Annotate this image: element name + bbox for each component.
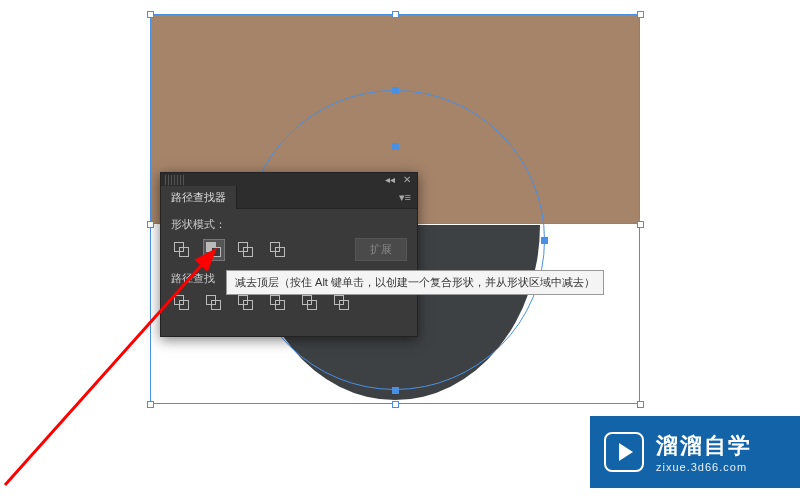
panel-tabs: 路径查找器 ▾≡ bbox=[161, 187, 417, 209]
handle-nw[interactable] bbox=[147, 11, 154, 18]
shape-mode-label: 形状模式： bbox=[171, 217, 407, 232]
handle-w-mid[interactable] bbox=[147, 221, 154, 228]
trim-button[interactable] bbox=[203, 292, 225, 314]
watermark-badge: 溜溜自学 zixue.3d66.com bbox=[590, 416, 800, 488]
anchor-top[interactable] bbox=[392, 87, 399, 94]
collapse-icon[interactable]: ◂◂ bbox=[385, 175, 395, 185]
watermark-url: zixue.3d66.com bbox=[656, 461, 752, 473]
watermark-title: 溜溜自学 bbox=[656, 431, 752, 461]
handle-se[interactable] bbox=[637, 401, 644, 408]
crop-button[interactable] bbox=[267, 292, 289, 314]
handle-sw[interactable] bbox=[147, 401, 154, 408]
tab-pathfinder[interactable]: 路径查找器 bbox=[161, 186, 237, 209]
divide-button[interactable] bbox=[171, 292, 193, 314]
pathfinder-row bbox=[171, 292, 407, 314]
pathfinder-panel: ◂◂ ✕ 路径查找器 ▾≡ 形状模式： 扩展 路径查找 bbox=[160, 172, 418, 337]
anchor-bottom[interactable] bbox=[392, 387, 399, 394]
intersect-button[interactable] bbox=[235, 239, 257, 261]
play-logo-icon bbox=[604, 432, 644, 472]
outline-button[interactable] bbox=[299, 292, 321, 314]
panel-titlebar[interactable]: ◂◂ ✕ bbox=[161, 173, 417, 187]
shape-mode-row: 扩展 bbox=[171, 238, 407, 261]
handle-s[interactable] bbox=[392, 401, 399, 408]
expand-button[interactable]: 扩展 bbox=[355, 238, 407, 261]
close-icon[interactable]: ✕ bbox=[403, 175, 413, 185]
handle-ne[interactable] bbox=[637, 11, 644, 18]
anchor-right[interactable] bbox=[541, 237, 548, 244]
minus-front-button[interactable] bbox=[203, 239, 225, 261]
exclude-button[interactable] bbox=[267, 239, 289, 261]
unite-button[interactable] bbox=[171, 239, 193, 261]
panel-grip-icon bbox=[165, 175, 185, 185]
center-point[interactable] bbox=[392, 143, 399, 150]
panel-menu-icon[interactable]: ▾≡ bbox=[393, 191, 417, 204]
handle-n[interactable] bbox=[392, 11, 399, 18]
merge-button[interactable] bbox=[235, 292, 257, 314]
minus-back-button[interactable] bbox=[331, 292, 353, 314]
handle-e-mid[interactable] bbox=[637, 221, 644, 228]
tooltip-minus-front: 减去顶层（按住 Alt 键单击，以创建一个复合形状，并从形状区域中减去） bbox=[226, 270, 604, 295]
